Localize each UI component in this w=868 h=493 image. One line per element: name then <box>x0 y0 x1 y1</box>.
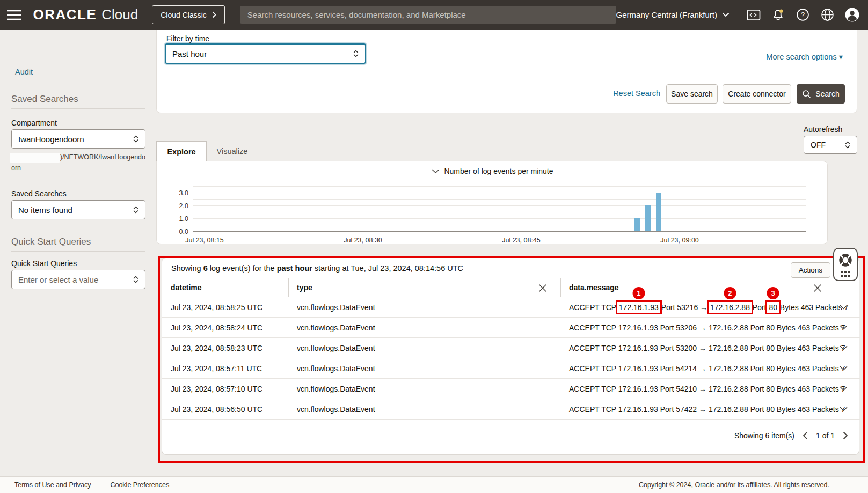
menu-icon[interactable] <box>6 9 23 21</box>
row-message: ACCEPT TCP 172.16.1.93 Port 53200 → 172.… <box>569 338 845 358</box>
summary-range: past hour <box>277 264 312 273</box>
row-datetime: Jul 23, 2024, 08:56:50 UTC <box>171 399 262 420</box>
tab-visualize[interactable]: Visualize <box>207 141 258 161</box>
chart-gridline <box>193 199 806 200</box>
pagination-next-icon[interactable] <box>843 431 848 440</box>
compartment-path: oot)/NETWORK/IwanHoogendo <box>10 153 145 163</box>
redacted-text-box <box>10 153 60 163</box>
select-updown-icon <box>133 135 138 143</box>
life-ring-help-icon[interactable] <box>837 252 854 268</box>
msg-prefix: ACCEPT TCP <box>569 303 618 312</box>
results-summary: Showing 6 log event(s) for the past hour… <box>171 264 463 273</box>
terms-link[interactable]: Terms of Use and Privacy <box>14 481 91 489</box>
floating-help-widget[interactable] <box>833 248 858 281</box>
chart-title: Number of log events per minute <box>444 167 553 175</box>
chart-bar <box>634 218 640 231</box>
remove-type-column-icon[interactable] <box>539 284 546 292</box>
expand-row-icon[interactable] <box>840 325 848 330</box>
select-updown-icon <box>133 205 138 214</box>
chart-y-tick-label: 3.0 <box>171 189 188 197</box>
more-search-options-label: More search options <box>766 53 836 61</box>
chart-bar <box>645 205 651 231</box>
expand-row-icon[interactable] <box>840 345 848 351</box>
help-icon[interactable]: ? <box>796 8 810 22</box>
sidebar: Audit Saved Searches Compartment IwanHoo… <box>0 30 156 476</box>
table-row[interactable]: Jul 23, 2024, 08:56:50 UTC vcn.flowlogs.… <box>162 399 860 420</box>
chart-gridline <box>193 218 806 219</box>
row-datetime: Jul 23, 2024, 08:58:25 UTC <box>171 297 262 318</box>
global-search-input[interactable] <box>240 6 616 24</box>
pagination-showing: Showing 6 item(s) <box>734 431 794 440</box>
row-message: ACCEPT TCP 172.16.1.93 Port 54210 → 172.… <box>569 379 845 399</box>
avatar-icon[interactable] <box>845 8 859 22</box>
chart-gridline <box>193 186 806 187</box>
oracle-cloud-logo[interactable]: ORACLE Cloud <box>33 6 138 23</box>
more-search-options-link[interactable]: More search options ▾ <box>766 53 843 61</box>
row-message: ACCEPT TCP 172.16.1.93 Port 57422 → 172.… <box>569 399 845 420</box>
table-row[interactable]: Jul 23, 2024, 08:57:11 UTC vcn.flowlogs.… <box>162 358 860 379</box>
sidebar-link-audit[interactable]: Audit <box>15 68 33 76</box>
cloud-classic-button[interactable]: Cloud Classic <box>152 5 225 24</box>
column-header-message: data.message <box>569 283 619 292</box>
quick-start-value: Enter or select a value <box>18 275 98 284</box>
row-type: vcn.flowlogs.DataEvent <box>297 399 375 420</box>
column-divider <box>288 278 289 297</box>
expand-row-icon[interactable] <box>840 407 848 412</box>
saved-searches-select[interactable]: No items found <box>11 200 145 219</box>
tab-explore[interactable]: Explore <box>156 141 207 161</box>
row-datetime: Jul 23, 2024, 08:58:23 UTC <box>171 338 262 358</box>
autorefresh-value: OFF <box>811 141 826 149</box>
msg-mid1: Port 53216 → <box>659 303 710 312</box>
search-button[interactable]: Search <box>797 84 845 104</box>
saved-searches-value: No items found <box>18 205 72 215</box>
compartment-label: Compartment <box>11 119 57 127</box>
page-footer: Terms of Use and Privacy Cookie Preferen… <box>0 476 868 493</box>
save-search-button[interactable]: Save search <box>666 84 718 104</box>
msg-suffix: Bytes 463 Packets 7 <box>778 303 849 312</box>
autorefresh-select[interactable]: OFF <box>804 136 857 154</box>
chart-gridline <box>193 231 806 232</box>
compartment-path-text: oot)/NETWORK/IwanHoogendo <box>51 153 145 161</box>
triangle-down-icon: ▾ <box>839 53 843 61</box>
pagination: Showing 6 item(s) 1 of 1 <box>734 420 848 452</box>
copyright-text: Copyright © 2024, Oracle and/or its affi… <box>639 481 829 489</box>
chart-gridline <box>193 212 806 212</box>
expand-row-icon[interactable] <box>840 305 848 310</box>
remove-message-column-icon[interactable] <box>814 284 821 292</box>
chart-collapse-header[interactable]: Number of log events per minute <box>157 167 828 175</box>
cloud-shell-icon[interactable] <box>746 8 761 22</box>
chevron-down-icon <box>722 12 730 17</box>
saved-searches-label: Saved Searches <box>11 189 67 198</box>
language-globe-icon[interactable] <box>820 8 835 22</box>
column-divider <box>560 278 561 297</box>
table-row[interactable]: Jul 23, 2024, 08:57:10 UTC vcn.flowlogs.… <box>162 379 860 399</box>
table-row[interactable]: Jul 23, 2024, 08:58:25 UTC vcn.flowlogs.… <box>162 297 860 318</box>
reset-search-link[interactable]: Reset Search <box>613 89 660 98</box>
summary-count: 6 <box>203 264 208 273</box>
actions-button[interactable]: Actions <box>791 262 830 278</box>
notifications-icon[interactable] <box>771 8 785 22</box>
compartment-select[interactable]: IwanHoogendoorn <box>11 129 145 149</box>
msg-mid2: Port <box>750 303 768 312</box>
cookie-preferences-link[interactable]: Cookie Preferences <box>110 481 169 489</box>
column-header-type: type <box>297 283 312 292</box>
expand-row-icon[interactable] <box>840 366 848 371</box>
chevron-down-icon <box>432 169 440 174</box>
chart-x-tick-label: Jul 23, 08:45 <box>502 237 541 244</box>
expand-row-icon[interactable] <box>840 386 848 392</box>
column-header-datetime: datetime <box>171 283 202 292</box>
table-row[interactable]: Jul 23, 2024, 08:58:24 UTC vcn.flowlogs.… <box>162 318 860 338</box>
table-row[interactable]: Jul 23, 2024, 08:58:23 UTC vcn.flowlogs.… <box>162 338 860 358</box>
create-connector-button[interactable]: Create connector <box>723 84 791 104</box>
pagination-prev-icon[interactable] <box>803 431 808 440</box>
apps-dots-icon[interactable] <box>841 271 850 277</box>
row-type: vcn.flowlogs.DataEvent <box>297 379 375 399</box>
brand-cloud: Cloud <box>101 6 138 23</box>
row-datetime: Jul 23, 2024, 08:57:10 UTC <box>171 379 262 399</box>
quick-start-select[interactable]: Enter or select a value <box>11 270 145 289</box>
filter-by-time-select[interactable]: Past hour <box>165 43 366 64</box>
region-selector[interactable]: Germany Central (Frankfurt) <box>616 10 730 19</box>
autorefresh-label: Autorefresh <box>804 125 842 134</box>
chart-y-tick-label: 1.0 <box>171 215 188 223</box>
region-label: Germany Central (Frankfurt) <box>616 10 717 19</box>
